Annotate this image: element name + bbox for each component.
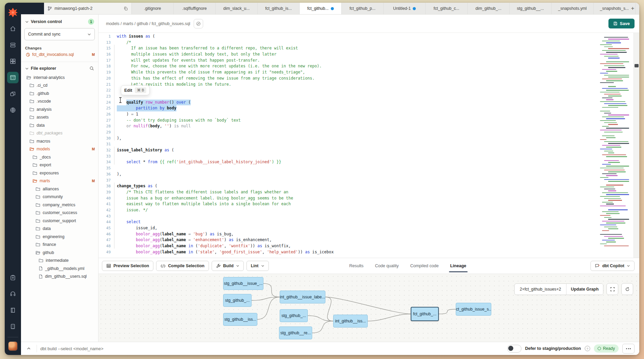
file-tree-folder[interactable]: alliances bbox=[21, 185, 98, 193]
edit-tooltip[interactable]: Edit ⌘ B bbox=[121, 85, 150, 95]
file-tab[interactable]: .gitignore bbox=[132, 3, 174, 14]
code-line[interactable]: 38change_types as ( bbox=[99, 183, 602, 189]
file-tree-folder[interactable]: dbt_packages bbox=[21, 129, 98, 138]
code-line[interactable]: 30), bbox=[99, 135, 602, 142]
file-tree-folder[interactable]: .vscode bbox=[21, 98, 98, 106]
file-tab[interactable]: fct_github... bbox=[300, 3, 342, 14]
lineage-node[interactable]: stg_github__re... bbox=[279, 326, 312, 339]
dbt-logo-icon[interactable] bbox=[7, 7, 19, 18]
user-avatar[interactable] bbox=[8, 341, 18, 351]
file-tree-folder[interactable]: martsM bbox=[21, 177, 98, 185]
code-line[interactable]: 26 ) = 1 bbox=[99, 111, 602, 118]
file-explorer-header[interactable]: File explorer bbox=[21, 62, 98, 73]
version-control-header[interactable]: Version control 1 bbox=[21, 15, 98, 27]
code-line[interactable]: 24 qualify row_number() over ( bbox=[99, 100, 602, 106]
lint-button[interactable]: Lint bbox=[246, 261, 269, 271]
lineage-node[interactable]: stg_github_... bbox=[223, 294, 252, 307]
file-tree-folder[interactable]: export bbox=[21, 161, 98, 169]
refresh-button[interactable] bbox=[621, 283, 633, 295]
file-tree-folder[interactable]: data bbox=[21, 225, 98, 233]
file-tree-file[interactable]: dim_github__users.sql bbox=[21, 273, 98, 281]
help-icon[interactable]: ? bbox=[585, 346, 590, 351]
file-tab[interactable]: stg_github__... bbox=[510, 3, 552, 14]
code-line[interactable]: 35 bbox=[99, 165, 602, 171]
more-options-button[interactable] bbox=[622, 344, 635, 354]
file-tree-folder[interactable]: intermediate bbox=[21, 257, 98, 265]
file-tree-folder[interactable]: company_metrics bbox=[21, 201, 98, 209]
build-button[interactable]: Build bbox=[212, 261, 244, 271]
lineage-selector-input[interactable]: 2+fct_github_issues+2 bbox=[515, 284, 566, 295]
code-line[interactable]: 1with issues as ( bbox=[99, 34, 602, 40]
changelog-icon[interactable] bbox=[7, 272, 19, 283]
file-tab[interactable]: dim_slack_u... bbox=[216, 3, 258, 14]
code-line[interactable]: 36), bbox=[99, 171, 602, 177]
lineage-node[interactable]: int_github__issue_labe... bbox=[280, 291, 325, 303]
commit-and-sync-select[interactable]: Commit and sync bbox=[24, 28, 95, 40]
vertical-scrollbar[interactable] bbox=[634, 33, 639, 258]
preview-selection-button[interactable]: Preview Selection bbox=[102, 261, 153, 271]
file-tree-folder[interactable]: analysis bbox=[21, 105, 98, 113]
organization-icon[interactable] bbox=[7, 321, 19, 332]
lineage-node[interactable]: stg_github_... bbox=[280, 309, 308, 322]
file-tree-folder[interactable]: data bbox=[21, 121, 98, 129]
code-line[interactable]: 40 issue has a bug or enhancement label.… bbox=[99, 195, 602, 202]
ready-status-badge[interactable]: Ready bbox=[594, 344, 619, 353]
code-line[interactable]: 41 easiest way to flatten multiple label… bbox=[99, 201, 602, 207]
file-tree-folder[interactable]: github bbox=[21, 249, 98, 257]
code-line[interactable]: 48 boolor_agg(label_name in ('duplicate'… bbox=[99, 243, 602, 249]
orchestration-icon[interactable] bbox=[7, 88, 19, 100]
code-line[interactable]: 17 will get updates for events that happ… bbox=[99, 58, 602, 64]
code-line[interactable]: 23 bbox=[99, 93, 602, 100]
support-icon[interactable] bbox=[7, 288, 19, 300]
tab-lineage[interactable]: Lineage bbox=[450, 258, 467, 274]
file-tab[interactable]: fct_github_p... bbox=[342, 3, 384, 14]
file-tree-folder[interactable]: community bbox=[21, 193, 98, 201]
code-line[interactable]: 21 Let's revisit this modeling in the fu… bbox=[99, 82, 602, 88]
file-tree-folder[interactable]: _docs bbox=[21, 153, 98, 161]
search-icon[interactable] bbox=[89, 66, 94, 71]
minimap[interactable] bbox=[599, 35, 630, 258]
file-tree-folder[interactable]: modelsM bbox=[21, 145, 98, 153]
cli-command-input[interactable]: dbt build --select <model_name> bbox=[40, 346, 103, 351]
docs-icon[interactable] bbox=[7, 304, 19, 316]
save-button[interactable]: Save bbox=[608, 19, 635, 28]
file-tree-folder[interactable]: engineering bbox=[21, 233, 98, 241]
dbt-copilot-button[interactable]: dbt Copilot bbox=[591, 261, 635, 271]
lineage-node[interactable]: int_github__iss... bbox=[333, 315, 368, 328]
changed-file-row[interactable]: fct_dbt_invocations.sql M bbox=[21, 51, 98, 58]
file-tree-folder[interactable]: customer_support bbox=[21, 217, 98, 225]
code-line[interactable]: 34 select * from {{ ref('int_github__iss… bbox=[99, 159, 602, 165]
code-line[interactable]: 18 For now, choose the one with more rec… bbox=[99, 63, 602, 69]
file-tree-file[interactable]: _github__models.yml bbox=[21, 265, 98, 273]
develop-ide-icon[interactable] bbox=[7, 72, 19, 83]
defer-toggle[interactable] bbox=[507, 345, 521, 353]
file-tree-folder[interactable]: .github bbox=[21, 89, 98, 98]
code-editor[interactable]: 1with issues as (13 /*15 If an issue has… bbox=[99, 33, 639, 258]
lineage-node-selected[interactable]: fct_github_... bbox=[411, 307, 439, 321]
git-branch-tab[interactable]: mirnawong1-patch-2 bbox=[44, 3, 132, 14]
code-line[interactable]: 47 boolor_agg(label_name = 'enhancement'… bbox=[99, 237, 602, 243]
code-line[interactable]: 16 multiple issues with identical body t… bbox=[99, 51, 602, 58]
code-line[interactable]: 22 bbox=[99, 87, 602, 93]
collapse-panel-button[interactable] bbox=[24, 344, 33, 353]
file-tab[interactable]: dim_github_... bbox=[468, 3, 510, 14]
file-tree-folder[interactable]: macros bbox=[21, 137, 98, 145]
code-line[interactable]: 49 boolor_agg(label_name in ('stale', 'g… bbox=[99, 249, 602, 255]
code-line[interactable]: 45 issue_id, bbox=[99, 225, 602, 231]
compile-selection-button[interactable]: Compile Selection bbox=[156, 261, 209, 271]
lineage-node[interactable]: stg_github__iss... bbox=[223, 313, 257, 326]
lineage-node[interactable]: stg_github__issue_... bbox=[223, 277, 263, 290]
file-tree-folder[interactable]: exposures bbox=[21, 169, 98, 177]
file-tree-folder[interactable]: .ci_cd bbox=[21, 82, 98, 90]
copy-branch-icon[interactable] bbox=[124, 6, 128, 11]
file-docs-button[interactable] bbox=[194, 19, 203, 28]
code-line[interactable]: 28 or nullif(body, '') is null bbox=[99, 123, 602, 129]
new-tab-button[interactable]: + bbox=[626, 3, 639, 14]
code-line[interactable]: 25 partition by body bbox=[99, 105, 602, 111]
file-tab[interactable]: fct_github_is... bbox=[258, 3, 300, 14]
file-tree-folder[interactable]: finance bbox=[21, 241, 98, 249]
code-line[interactable]: 33 bbox=[99, 153, 602, 160]
explore-icon[interactable] bbox=[7, 104, 19, 116]
code-line[interactable]: 31 bbox=[99, 141, 602, 147]
scrollbar-thumb[interactable] bbox=[635, 64, 639, 67]
